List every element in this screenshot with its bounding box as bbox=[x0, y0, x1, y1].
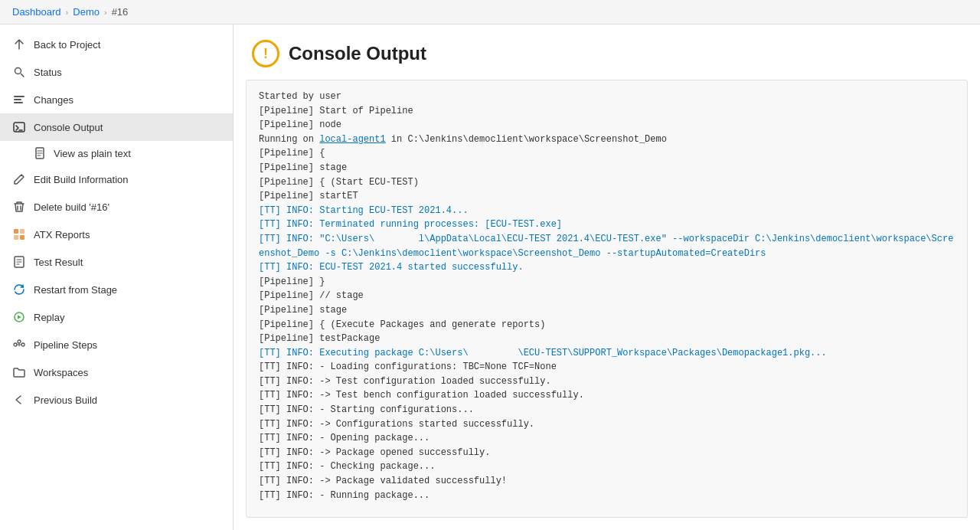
console-line: [TT] INFO: - Starting configurations... bbox=[259, 403, 955, 417]
sidebar-item-test-result[interactable]: Test Result bbox=[0, 248, 233, 276]
edit-icon bbox=[12, 172, 26, 186]
console-line: [TT] INFO: - Opening package... bbox=[259, 431, 955, 446]
console-line: [TT] INFO: ECU-TEST 2021.4 started succe… bbox=[259, 260, 955, 275]
svg-rect-8 bbox=[14, 235, 18, 240]
console-line: [TT] INFO: -> Package validated successf… bbox=[259, 474, 955, 489]
console-line: [Pipeline] { (Execute Packages and gener… bbox=[259, 318, 955, 332]
console-line: [TT] INFO: -> Package opened successfull… bbox=[259, 446, 955, 460]
console-line: [TT] INFO: -> Test bench configuration l… bbox=[259, 388, 955, 403]
sidebar-item-status[interactable]: Status bbox=[0, 58, 233, 86]
console-line: [TT] INFO: Terminated running processes:… bbox=[259, 218, 955, 232]
sidebar-item-restart-from-stage[interactable]: Restart from Stage bbox=[0, 276, 233, 303]
sidebar-label-restart-from-stage: Restart from Stage bbox=[34, 284, 117, 296]
sidebar-label-console-output: Console Output bbox=[34, 122, 103, 133]
console-line: [Pipeline] } bbox=[259, 275, 955, 290]
console-output-area[interactable]: Started by user[Pipeline] Start of Pipel… bbox=[246, 80, 968, 518]
svg-rect-9 bbox=[20, 235, 24, 240]
sidebar-item-replay[interactable]: Replay bbox=[0, 303, 233, 331]
svg-rect-7 bbox=[20, 229, 24, 234]
breadcrumb-current: #16 bbox=[112, 6, 129, 18]
console-line: [TT] INFO: - Loading configurations: TBC… bbox=[259, 360, 955, 375]
svg-point-12 bbox=[14, 343, 17, 346]
sidebar-item-previous-build[interactable]: Previous Build bbox=[0, 386, 233, 414]
svg-rect-3 bbox=[14, 102, 23, 103]
sidebar-item-edit-build-info[interactable]: Edit Build Information bbox=[0, 165, 233, 193]
test-icon bbox=[12, 255, 26, 269]
svg-point-14 bbox=[18, 340, 21, 343]
replay-icon bbox=[12, 310, 26, 324]
sidebar-item-pipeline-steps[interactable]: Pipeline Steps bbox=[0, 331, 233, 358]
sidebar-label-view-plain-text: View as plain text bbox=[54, 148, 131, 159]
sidebar-label-replay: Replay bbox=[34, 312, 64, 323]
sidebar-label-changes: Changes bbox=[34, 94, 74, 106]
console-line: [TT] INFO: -> Test configuration loaded … bbox=[259, 375, 955, 389]
console-line: [Pipeline] { bbox=[259, 146, 955, 161]
breadcrumb-demo[interactable]: Demo bbox=[73, 6, 100, 18]
svg-rect-6 bbox=[14, 229, 18, 234]
breadcrumb-dashboard[interactable]: Dashboard bbox=[12, 6, 61, 18]
sidebar-item-view-plain-text[interactable]: View as plain text bbox=[0, 141, 233, 165]
console-line: [TT] INFO: Executing package C:\Users\ \… bbox=[259, 346, 955, 361]
svg-point-0 bbox=[15, 68, 21, 74]
console-line: [Pipeline] Start of Pipeline bbox=[259, 104, 955, 119]
console-line: [Pipeline] testPackage bbox=[259, 332, 955, 346]
trash-icon bbox=[12, 200, 26, 214]
console-line: [TT] INFO: -> Configurations started suc… bbox=[259, 417, 955, 432]
main-content: ! Console Output Started by user[Pipelin… bbox=[234, 25, 980, 530]
content-header: ! Console Output bbox=[234, 25, 980, 80]
sidebar-item-atx-reports[interactable]: ATX Reports bbox=[0, 221, 233, 248]
console-line: [TT] INFO: Starting ECU-TEST 2021.4... bbox=[259, 204, 955, 218]
folder-icon bbox=[12, 365, 26, 379]
pipeline-icon bbox=[12, 338, 26, 352]
svg-rect-1 bbox=[14, 96, 24, 97]
restart-icon bbox=[12, 283, 26, 296]
search-icon bbox=[12, 65, 26, 79]
console-line: [Pipeline] { (Start ECU-TEST) bbox=[259, 175, 955, 190]
arrow-left-icon bbox=[12, 393, 26, 407]
console-line: [TT] INFO: "C:\Users\ l\AppData\Local\EC… bbox=[259, 232, 955, 260]
console-line: Started by user bbox=[259, 90, 955, 104]
console-line: [Pipeline] node bbox=[259, 118, 955, 132]
page-title: Console Output bbox=[289, 43, 426, 64]
sidebar-label-pipeline-steps: Pipeline Steps bbox=[34, 339, 97, 351]
console-warning-icon: ! bbox=[252, 40, 279, 67]
console-line: [Pipeline] stage bbox=[259, 161, 955, 175]
sidebar-item-changes[interactable]: Changes bbox=[0, 86, 233, 113]
sidebar-label-test-result: Test Result bbox=[34, 257, 83, 268]
console-line: [Pipeline] // stage bbox=[259, 289, 955, 303]
arrow-up-icon bbox=[12, 38, 26, 51]
console-line: [Pipeline] startET bbox=[259, 189, 955, 204]
sidebar-label-workspaces: Workspaces bbox=[34, 367, 88, 378]
sidebar-item-console-output[interactable]: Console Output bbox=[0, 113, 233, 141]
sidebar-label-delete-build: Delete build '#16' bbox=[34, 201, 109, 213]
svg-rect-2 bbox=[14, 99, 21, 100]
console-line: [TT] INFO: - Checking package... bbox=[259, 460, 955, 474]
console-line: [TT] INFO: - Running package... bbox=[259, 489, 955, 503]
sidebar-item-workspaces[interactable]: Workspaces bbox=[0, 358, 233, 386]
sidebar-label-atx-reports: ATX Reports bbox=[34, 229, 90, 240]
atx-icon bbox=[12, 227, 26, 241]
sidebar-label-back-to-project: Back to Project bbox=[34, 39, 100, 51]
breadcrumb-bar: Dashboard › Demo › #16 bbox=[0, 0, 980, 25]
console-line: Running on local-agent1 in C:\Jenkins\de… bbox=[259, 132, 955, 147]
changes-icon bbox=[12, 93, 26, 106]
sidebar: Back to Project Status Changes bbox=[0, 25, 234, 530]
sidebar-item-delete-build[interactable]: Delete build '#16' bbox=[0, 193, 233, 221]
sidebar-label-previous-build: Previous Build bbox=[34, 394, 97, 406]
console-line: [Pipeline] stage bbox=[259, 303, 955, 318]
console-icon bbox=[12, 120, 26, 134]
sidebar-label-status: Status bbox=[34, 67, 62, 78]
breadcrumb-sep-1: › bbox=[66, 8, 69, 17]
sidebar-label-edit-build-info: Edit Build Information bbox=[34, 174, 129, 185]
sidebar-item-back-to-project[interactable]: Back to Project bbox=[0, 31, 233, 58]
breadcrumb-sep-2: › bbox=[104, 8, 107, 17]
svg-point-13 bbox=[21, 343, 24, 346]
console-link[interactable]: local-agent1 bbox=[319, 134, 385, 145]
doc-icon bbox=[34, 147, 46, 159]
